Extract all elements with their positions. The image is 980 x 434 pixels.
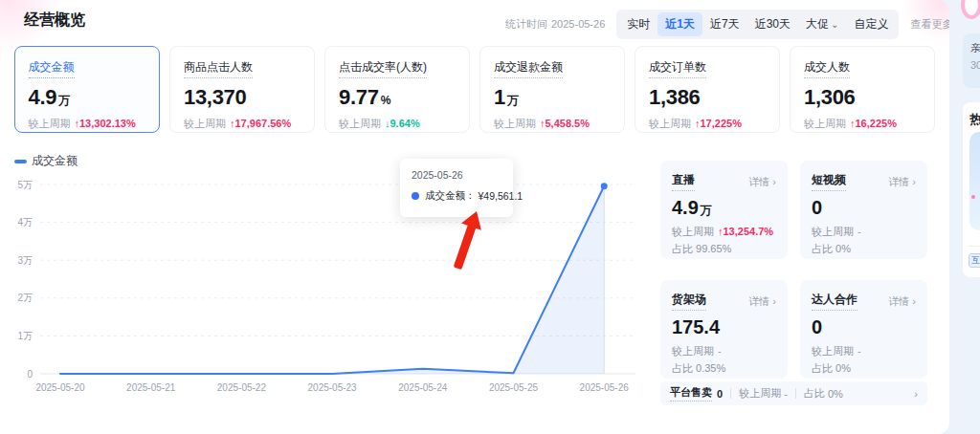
metric-card-click-conversion-rate[interactable]: 点击成交率(人数) 9.77% 较上周期↓9.64%	[324, 46, 470, 133]
chevron-right-icon: ›	[914, 388, 918, 400]
channel-card-shelf[interactable]: 货架场 详情 › 175.4 较上周期- 占比 0.35%	[660, 280, 788, 379]
channel-card-influencer[interactable]: 达人合作 详情 › 0 较上周期- 占比 0%	[800, 280, 927, 379]
metric-card-deal-amount[interactable]: 成交金额 4.9万 较上周期↑13,302.13%	[14, 46, 160, 133]
metric-title: 成交订单数	[649, 59, 706, 78]
share-value: 99.65%	[696, 243, 731, 254]
compare-label: 较上周期	[339, 118, 381, 129]
hot-card-title: 热	[969, 111, 980, 128]
stat-time-value: 2025-05-26	[551, 18, 605, 30]
channel-value: 4.9	[672, 197, 699, 218]
share-label: 占比	[804, 386, 825, 401]
channel-title: 货架场	[672, 292, 706, 311]
legend-line-marker-icon	[14, 160, 27, 163]
change-value: ↑16,225%	[850, 118, 897, 129]
business-overview-page: 经营概览 统计时间2025-05-26 实时 近1天 近7天 近30天 大促⌄ …	[0, 0, 980, 434]
change-value: ↑13,302.13%	[75, 118, 136, 129]
channel-title: 达人合作	[812, 292, 858, 311]
channel-value: 175.4	[672, 316, 720, 337]
metric-value: 1	[494, 85, 505, 109]
compare-label: 较上周期	[494, 118, 536, 129]
chart-tooltip: 2025-05-26 成交金额： ¥49,561.1	[400, 159, 513, 217]
divider	[969, 246, 980, 247]
header-toolbar: 统计时间2025-05-26 实时 近1天 近7天 近30天 大促⌄ 自定义 查…	[505, 10, 958, 39]
chevron-right-icon: ›	[912, 295, 916, 307]
metric-card-deal-users[interactable]: 成交人数 1,306 较上周期↑16,225%	[790, 46, 935, 133]
change-value: -	[718, 345, 722, 357]
svg-text:3万: 3万	[17, 255, 33, 266]
share-value: 0%	[835, 362, 851, 374]
metric-title: 成交退款金额	[494, 59, 563, 78]
chevron-right-icon: ›	[772, 176, 776, 187]
metric-value: 4.9	[29, 85, 57, 109]
hot-card-tag[interactable]: 互	[969, 253, 980, 268]
tab-last-1-day[interactable]: 近1天	[657, 12, 702, 36]
svg-text:0: 0	[27, 369, 33, 380]
sidebar-hot-card[interactable]: 热 互	[963, 102, 980, 277]
detail-link[interactable]: 详情 ›	[748, 294, 776, 309]
svg-text:2025-05-23: 2025-05-23	[308, 382, 358, 393]
metric-value: 1,306	[804, 85, 856, 109]
detail-link[interactable]: 详情 ›	[888, 175, 916, 189]
compare-label: 较上周期	[184, 118, 226, 129]
change-value: ↓9.64%	[385, 118, 420, 129]
tab-custom[interactable]: 自定义	[846, 12, 896, 36]
channel-card-live[interactable]: 直播 详情 › 4.9万 较上周期↑13,254.7% 占比 99.65%	[660, 161, 788, 259]
metric-unit: 万	[58, 94, 70, 107]
page-title: 经营概览	[24, 11, 85, 31]
hot-card-preview	[969, 132, 980, 230]
change-value: ↑13,254.7%	[718, 226, 773, 237]
main-panel: 经营概览 统计时间2025-05-26 实时 近1天 近7天 近30天 大促⌄ …	[0, 0, 949, 434]
share-value: 0.35%	[696, 362, 725, 374]
stat-time: 统计时间2025-05-26	[505, 17, 605, 32]
chevron-down-icon: ⌄	[831, 19, 838, 30]
svg-text:2025-05-20: 2025-05-20	[35, 382, 85, 393]
change-value: -	[858, 226, 861, 237]
svg-text:2025-05-24: 2025-05-24	[398, 382, 448, 393]
sales-trend-line-chart[interactable]: 01万2万3万4万5万2025-05-202025-05-212025-05-2…	[8, 170, 655, 401]
change-value: ↑17,967.56%	[230, 118, 291, 129]
metric-title: 成交人数	[804, 59, 850, 78]
metric-card-refund-amount[interactable]: 成交退款金额 1万 较上周期↑5,458.5%	[479, 46, 625, 133]
divider	[795, 388, 796, 399]
channel-value: 0	[812, 197, 822, 218]
svg-text:2025-05-26: 2025-05-26	[580, 382, 630, 393]
chart-legend[interactable]: 成交金额	[14, 153, 78, 169]
channel-card-short-video[interactable]: 短视频 详情 › 0 较上周期- 占比 0%	[800, 161, 927, 259]
mini-card-text: 亲	[970, 41, 980, 55]
mini-card-subtext: 30	[970, 59, 980, 71]
detail-link[interactable]: 详情 ›	[888, 294, 916, 309]
metric-card-product-click-users[interactable]: 商品点击人数 13,370 较上周期↑17,967.56%	[169, 46, 315, 133]
channel-title: 短视频	[812, 172, 846, 191]
share-value: 0%	[835, 243, 851, 254]
tab-last-7-days[interactable]: 近7天	[702, 12, 747, 36]
stat-time-label: 统计时间	[505, 18, 547, 30]
legend-label: 成交金额	[32, 153, 78, 169]
series-dot-icon	[412, 192, 419, 200]
chevron-right-icon: ›	[772, 295, 776, 307]
compare-label: 较上周期	[29, 118, 71, 129]
change-value: ↑5,458.5%	[540, 118, 590, 129]
tab-promotion[interactable]: 大促⌄	[798, 12, 846, 36]
metric-card-deal-orders[interactable]: 成交订单数 1,386 较上周期↑17,225%	[635, 46, 780, 133]
tooltip-date: 2025-05-26	[412, 169, 501, 181]
channel-value: 0	[812, 316, 822, 337]
metric-value: 13,370	[184, 85, 247, 109]
tab-last-30-days[interactable]: 近30天	[747, 12, 798, 36]
tooltip-value: ¥49,561.1	[479, 190, 523, 202]
svg-text:2万: 2万	[17, 293, 33, 303]
share-value: 0%	[828, 388, 843, 400]
chevron-right-icon: ›	[912, 176, 916, 187]
svg-text:2025-05-22: 2025-05-22	[217, 382, 267, 393]
sidebar-mini-card[interactable]: 亲 30	[963, 33, 980, 88]
platform-sales-bar[interactable]: 平台售卖 0 较上周期 - 占比 0% ›	[660, 381, 927, 405]
metric-title: 商品点击人数	[184, 59, 253, 78]
divider	[730, 388, 731, 399]
time-range-tabs: 实时 近1天 近7天 近30天 大促⌄ 自定义	[616, 10, 899, 39]
pink-dot-icon	[971, 195, 975, 199]
channel-cards-grid: 直播 详情 › 4.9万 较上周期↑13,254.7% 占比 99.65% 短视…	[660, 161, 927, 379]
svg-text:1万: 1万	[17, 331, 33, 341]
detail-link[interactable]: 详情 ›	[748, 175, 776, 189]
svg-text:2025-05-25: 2025-05-25	[489, 382, 539, 393]
metric-title: 点击成交率(人数)	[339, 59, 427, 78]
tab-realtime[interactable]: 实时	[619, 12, 657, 36]
